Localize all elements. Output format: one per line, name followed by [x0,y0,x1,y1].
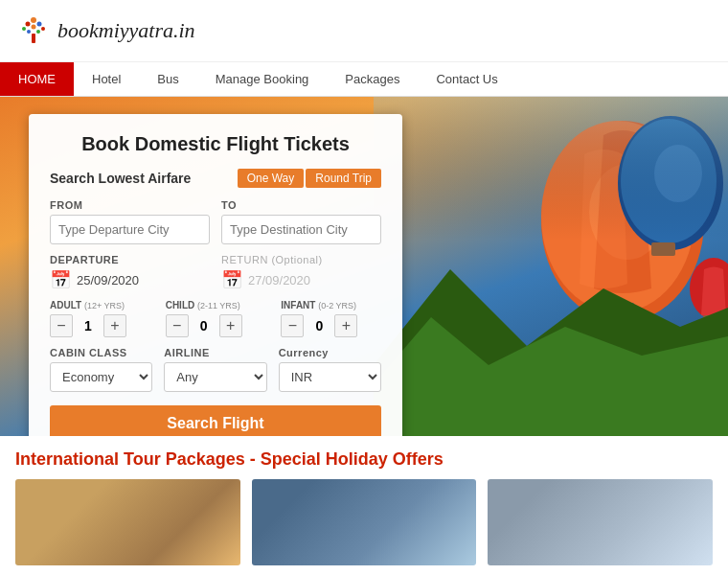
package-card-1[interactable] [15,479,240,565]
svg-point-6 [27,30,31,34]
from-group: FROM [50,199,210,244]
svg-point-4 [32,25,36,30]
cabin-select[interactable]: Economy Business First Class [50,362,152,392]
infant-counter: − 0 + [281,314,381,337]
svg-point-0 [31,17,36,23]
package-card-3[interactable] [488,479,713,565]
departure-date-field[interactable]: 📅 25/09/2020 [50,269,210,290]
return-calendar-icon: 📅 [221,269,242,290]
round-trip-button[interactable]: Round Trip [306,169,381,188]
svg-point-7 [36,30,40,34]
cabin-group: CABIN CLASS Economy Business First Class [50,347,152,392]
packages-title: International Tour Packages - Special Ho… [15,449,713,470]
child-decrease-button[interactable]: − [166,314,189,337]
svg-rect-19 [651,242,675,256]
nav-contact[interactable]: Contact Us [418,62,515,96]
to-group: TO [221,199,381,244]
origin-dest-row: FROM TO [50,199,381,244]
svg-point-2 [37,22,42,27]
svg-rect-24 [374,97,728,241]
airline-label: AIRLINE [164,347,266,358]
to-label: TO [221,199,381,211]
nav-bus[interactable]: Bus [139,62,196,96]
adult-increase-button[interactable]: + [103,314,126,337]
search-header: Search Lowest Airfare One Way Round Trip [50,169,381,188]
departure-date-value: 25/09/2020 [77,273,139,288]
nav-packages[interactable]: Packages [327,62,418,96]
nav-manage-booking[interactable]: Manage Booking [197,62,328,96]
currency-label: Currency [279,347,381,358]
cabin-label: CABIN CLASS [50,347,152,358]
package-card-2[interactable] [252,479,477,565]
return-group: RETURN (Optional) 📅 27/09/2020 [221,254,381,290]
svg-point-5 [41,27,45,31]
adult-label: ADULT (12+ YRS) [50,300,150,310]
dates-row: DEPARTURE 📅 25/09/2020 RETURN (Optional)… [50,254,381,290]
logo-icon [15,12,52,49]
svg-point-3 [22,27,26,31]
search-panel: Book Domestic Flight Tickets Search Lowe… [29,114,402,459]
svg-point-1 [26,22,31,27]
infant-group: INFANT (0-2 YRS) − 0 + [281,300,381,337]
adult-count: 1 [80,318,96,334]
child-count: 0 [196,318,212,334]
adult-decrease-button[interactable]: − [50,314,73,337]
passengers-row: ADULT (12+ YRS) − 1 + CHILD (2-11 YRS) −… [50,300,381,337]
nav-home[interactable]: HOME [0,62,74,96]
navigation: HOME Hotel Bus Manage Booking Packages C… [0,62,728,97]
return-date-field[interactable]: 📅 27/09/2020 [221,269,381,290]
form-title: Book Domestic Flight Tickets [50,133,381,155]
trip-type-toggle: One Way Round Trip [238,169,381,188]
logo[interactable]: bookmiyyatra.in [15,12,195,49]
currency-group: Currency INR USD [279,347,381,392]
infant-count: 0 [311,318,327,334]
lowest-airfare-label: Search Lowest Airfare [50,171,191,186]
return-label: RETURN (Optional) [221,254,381,265]
site-name: bookmiyyatra.in [57,18,195,43]
infant-decrease-button[interactable]: − [281,314,304,337]
calendar-icon: 📅 [50,269,71,290]
svg-rect-8 [32,34,35,43]
airline-group: AIRLINE Any IndiGo Air India [164,347,266,392]
packages-row [15,479,713,565]
child-increase-button[interactable]: + [219,314,242,337]
one-way-button[interactable]: One Way [238,169,305,188]
nav-hotel[interactable]: Hotel [74,62,139,96]
departure-label: DEPARTURE [50,254,210,265]
adult-counter: − 1 + [50,314,150,337]
currency-select[interactable]: INR USD [279,362,381,392]
child-counter: − 0 + [166,314,266,337]
infant-label: INFANT (0-2 YRS) [281,300,381,310]
options-row: CABIN CLASS Economy Business First Class… [50,347,381,392]
from-input[interactable] [50,215,210,244]
return-date-value: 27/09/2020 [248,273,310,288]
to-input[interactable] [221,215,381,244]
header: bookmiyyatra.in [0,0,728,62]
infant-increase-button[interactable]: + [334,314,357,337]
adult-group: ADULT (12+ YRS) − 1 + [50,300,150,337]
airline-select[interactable]: Any IndiGo Air India [164,362,266,392]
bottom-section: International Tour Packages - Special Ho… [0,436,728,575]
departure-group: DEPARTURE 📅 25/09/2020 [50,254,210,290]
balloon-illustration [374,97,728,461]
child-label: CHILD (2-11 YRS) [166,300,266,310]
from-label: FROM [50,199,210,211]
child-group: CHILD (2-11 YRS) − 0 + [166,300,266,337]
